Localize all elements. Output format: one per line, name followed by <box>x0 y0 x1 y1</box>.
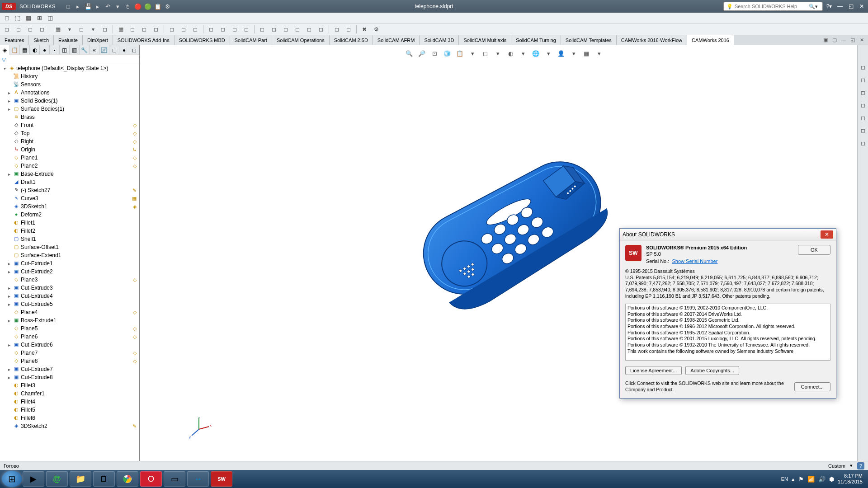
ribbon-icon[interactable]: ⚙ <box>372 25 380 33</box>
tree-item[interactable]: ◇Plane1◇ <box>0 154 139 162</box>
command-tab[interactable]: SOLIDWORKS MBD <box>175 35 230 45</box>
expand-icon[interactable]: ▣ <box>822 37 829 43</box>
panel-tab-icon[interactable]: 📋 <box>10 45 20 55</box>
ok-button[interactable]: OK <box>798 245 830 255</box>
collapse-icon[interactable]: ▢ <box>831 37 838 43</box>
qat-icon[interactable]: 🖱 <box>124 3 132 10</box>
tree-item[interactable]: ∿Curve3▦ <box>0 194 139 202</box>
view-tool-icon[interactable]: 🔍 <box>405 49 414 58</box>
view-tool-icon[interactable]: ▾ <box>594 49 604 58</box>
view-tool-icon[interactable]: 🧊 <box>443 49 452 58</box>
tree-item[interactable]: ↳Origin↳ <box>0 145 139 154</box>
tree-filter[interactable]: ▽ <box>0 55 139 64</box>
ribbon-icon[interactable]: ✖ <box>360 25 368 33</box>
view-tool-icon[interactable]: ◐ <box>506 49 515 58</box>
dialog-titlebar[interactable]: About SOLIDWORKS ✕ <box>620 229 836 240</box>
view-tool-icon[interactable]: ▾ <box>544 49 553 58</box>
panel-tab-icon[interactable]: ◈ <box>0 45 10 55</box>
view-tool-icon[interactable]: ▦ <box>582 49 591 58</box>
toggle-icon[interactable]: ◻ <box>3 14 11 22</box>
panel-tab-icon[interactable]: ▪ <box>50 45 60 55</box>
tree-item[interactable]: ◐Fillet3 <box>0 381 139 389</box>
lang-indicator[interactable]: EN <box>781 476 788 482</box>
tree-item[interactable]: ◐Fillet4 <box>0 398 139 406</box>
tree-item[interactable]: ◐Fillet1 <box>0 219 139 227</box>
tray-up-icon[interactable]: ▴ <box>792 476 795 483</box>
adobe-copyrights-button[interactable]: Adobe Copyrights... <box>685 366 739 375</box>
command-tab[interactable]: SolidCAM Part <box>230 35 272 45</box>
tree-item[interactable]: ▸▣Base-Extrude <box>0 170 139 178</box>
ribbon-icon[interactable]: ◻ <box>344 25 353 33</box>
taskpane-icon[interactable]: ◻ <box>859 114 867 122</box>
command-tab[interactable]: SolidCAM 3D <box>420 35 459 45</box>
taskpane-icon[interactable]: ◻ <box>859 63 867 71</box>
panel-control-icon[interactable]: ● <box>119 45 129 55</box>
ribbon-icon[interactable]: ◻ <box>305 25 313 33</box>
tray-flag-icon[interactable]: ⚑ <box>798 476 804 483</box>
tree-item[interactable]: ◇Right◇ <box>0 137 139 145</box>
tree-item[interactable]: ▸▣Cut-Extrude5 <box>0 300 139 308</box>
view-tool-icon[interactable]: 🌐 <box>531 49 540 58</box>
tree-item[interactable]: ◇Top◇ <box>0 129 139 137</box>
taskpane-icon[interactable]: ◻ <box>859 89 867 97</box>
view-tool-icon[interactable]: ▾ <box>493 49 502 58</box>
command-tab[interactable]: CAMWorks 2016-WorkFlow <box>617 35 687 45</box>
connect-button[interactable]: Connect... <box>794 382 830 391</box>
view-tool-icon[interactable]: ◻ <box>481 49 490 58</box>
toggle-icon[interactable]: ⊞ <box>35 14 43 22</box>
tree-item[interactable]: ▸▣Cut-Extrude3 <box>0 284 139 292</box>
ribbon-icon[interactable]: ◻ <box>38 25 46 33</box>
ribbon-icon[interactable]: ◻ <box>270 25 278 33</box>
panel-control-icon[interactable]: ◻ <box>129 45 139 55</box>
command-tab[interactable]: Features <box>0 35 29 45</box>
min-icon[interactable]: — <box>840 37 847 43</box>
qat-icon[interactable]: 🔴 <box>134 3 142 10</box>
toggle-icon[interactable]: ◫ <box>46 14 54 22</box>
restore-icon[interactable]: ◱ <box>846 3 855 10</box>
ribbon-icon[interactable]: ▦ <box>117 25 125 33</box>
view-tool-icon[interactable]: 👤 <box>557 49 566 58</box>
tree-item[interactable]: ◇Plane3◇ <box>0 276 139 284</box>
tray-network-icon[interactable]: 📶 <box>807 476 815 483</box>
view-tool-icon[interactable]: 🔎 <box>417 49 426 58</box>
qat-icon[interactable]: ⚙ <box>164 3 171 10</box>
tree-item[interactable]: ◐Chamfer1 <box>0 389 139 398</box>
ribbon-icon[interactable]: ◻ <box>179 25 188 33</box>
tree-item[interactable]: ▸▣Cut-Extrude2 <box>0 267 139 276</box>
tree-item[interactable]: ▸▣Cut-Extrude1 <box>0 259 139 267</box>
taskbar-chrome[interactable] <box>117 471 138 487</box>
tree-item[interactable]: 📜History <box>0 72 139 80</box>
minimize-icon[interactable]: — <box>835 3 844 10</box>
tree-item[interactable]: ≋Brass <box>0 113 139 121</box>
units-label[interactable]: Custom <box>828 463 845 469</box>
ribbon-icon[interactable]: ◻ <box>128 25 137 33</box>
tray-volume-icon[interactable]: 🔊 <box>818 476 826 483</box>
panel-tab-icon[interactable]: 🔧 <box>80 45 90 55</box>
view-tool-icon[interactable]: ▾ <box>519 49 528 58</box>
qat-icon[interactable]: ↶ <box>104 3 112 10</box>
ribbon-icon[interactable]: ◻ <box>242 25 250 33</box>
command-tab[interactable]: SolidCAM Templates <box>561 35 617 45</box>
tree-item[interactable]: ◇Plane4◇ <box>0 308 139 316</box>
taskbar-explorer[interactable]: 📁 <box>70 471 91 487</box>
panel-control-icon[interactable]: « <box>90 45 99 55</box>
ribbon-icon[interactable]: ◻ <box>26 25 34 33</box>
tree-item[interactable]: ▸AAnnotations <box>0 89 139 97</box>
taskpane-icon[interactable]: ◻ <box>859 139 867 147</box>
taskpane-icon[interactable]: ◻ <box>859 127 867 135</box>
panel-tab-icon[interactable]: ◫ <box>60 45 70 55</box>
tree-item[interactable]: ◇Plane6◇ <box>0 333 139 341</box>
tree-item[interactable]: ▸▣Cut-Extrude6 <box>0 341 139 349</box>
tree-item[interactable]: ●Deform2 <box>0 211 139 219</box>
command-tab[interactable]: SolidCAM Operations <box>272 35 330 45</box>
tree-item[interactable]: ◢Draft1 <box>0 178 139 186</box>
toggle-icon[interactable]: ▦ <box>24 14 33 22</box>
ribbon-icon[interactable]: ◻ <box>101 25 109 33</box>
close2-icon[interactable]: ✕ <box>858 37 865 43</box>
tree-item[interactable]: ◐Fillet5 <box>0 406 139 414</box>
tree-item[interactable]: ▸▢Surface Bodies(1) <box>0 105 139 113</box>
tree-item[interactable]: ◐Fillet2 <box>0 227 139 235</box>
command-tab[interactable]: SolidCAM AFRM <box>373 35 420 45</box>
taskbar-window[interactable]: ▭ <box>164 471 185 487</box>
qat-icon[interactable]: ▸ <box>94 3 102 10</box>
